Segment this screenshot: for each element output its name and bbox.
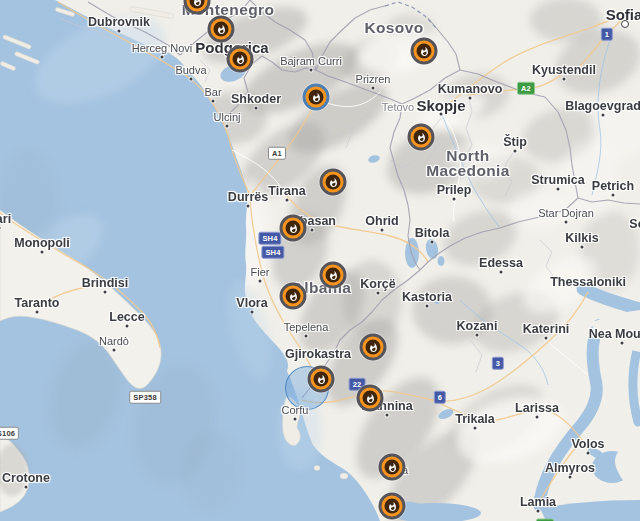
place-label: Vlora bbox=[236, 296, 267, 310]
place-dot bbox=[251, 310, 254, 313]
place-label: Corfu bbox=[282, 404, 309, 416]
place-dot bbox=[500, 270, 503, 273]
place-label: Crotone bbox=[2, 471, 50, 485]
place-dot bbox=[41, 250, 44, 253]
place-label: Kyustendil bbox=[532, 63, 596, 77]
flame-icon bbox=[366, 340, 381, 355]
place-label: Ohrid bbox=[365, 214, 398, 228]
place-label: Skopje bbox=[416, 97, 465, 114]
place-label: Trikala bbox=[455, 412, 495, 426]
fire-marker[interactable] bbox=[308, 366, 335, 393]
place-label: Nea Mouda bbox=[589, 327, 640, 341]
place-label: Dubrovnik bbox=[88, 15, 150, 29]
flame-icon bbox=[385, 460, 400, 475]
place-label: Bajram Curri bbox=[280, 55, 342, 67]
road-badge: SH4 bbox=[258, 232, 281, 245]
place-label: Star Dojran bbox=[538, 207, 594, 219]
place-dot bbox=[247, 204, 250, 207]
place-dot bbox=[469, 96, 472, 99]
basemap-artwork bbox=[0, 0, 640, 521]
flame-icon bbox=[233, 52, 248, 67]
flame-icon bbox=[414, 130, 429, 145]
map-canvas[interactable]: MontenegroKosovoNorthMacedoniaAlbaniaDub… bbox=[0, 0, 640, 521]
place-label: Štip bbox=[503, 135, 527, 149]
place-dot bbox=[286, 198, 289, 201]
road-badge: A2 bbox=[517, 82, 535, 95]
place-dot bbox=[212, 99, 215, 102]
road-badge: 3 bbox=[492, 357, 504, 370]
place-dot bbox=[536, 415, 539, 418]
place-dot bbox=[190, 77, 193, 80]
place-label: Se bbox=[629, 217, 640, 231]
place-label: Kozani bbox=[457, 319, 498, 333]
place-label: Larissa bbox=[515, 401, 559, 415]
place-dot bbox=[557, 187, 560, 190]
place-label: Korçë bbox=[360, 277, 395, 291]
road-badge: SP358 bbox=[129, 391, 161, 404]
place-label: Shkoder bbox=[231, 92, 281, 106]
place-dot bbox=[581, 245, 584, 248]
place-dot bbox=[255, 106, 258, 109]
country-label: NorthMacedonia bbox=[426, 148, 510, 178]
fire-marker[interactable] bbox=[303, 84, 330, 111]
place-dot bbox=[294, 417, 297, 420]
place-dot bbox=[612, 193, 615, 196]
flame-icon bbox=[417, 44, 432, 59]
place-dot bbox=[545, 336, 548, 339]
fire-marker[interactable] bbox=[227, 46, 254, 73]
place-label: Thessaloniki bbox=[550, 275, 626, 289]
place-label: Petrich bbox=[592, 179, 634, 193]
place-dot bbox=[259, 279, 262, 282]
place-dot bbox=[565, 220, 568, 223]
place-label: Kilkis bbox=[565, 231, 598, 245]
place-dot bbox=[372, 86, 375, 89]
flame-icon bbox=[363, 391, 378, 406]
place-label: Tirana bbox=[268, 184, 305, 198]
flame-icon bbox=[309, 90, 324, 105]
fire-marker[interactable] bbox=[408, 124, 435, 151]
place-dot bbox=[563, 77, 566, 80]
place-dot bbox=[453, 197, 456, 200]
place-dot bbox=[305, 334, 308, 337]
place-label: Kumanovo bbox=[438, 82, 503, 96]
fire-marker[interactable] bbox=[411, 38, 438, 65]
fire-marker[interactable] bbox=[320, 262, 347, 289]
place-dot bbox=[621, 341, 624, 344]
place-label: Brindisi bbox=[82, 276, 129, 290]
place-label: Bar bbox=[204, 86, 221, 98]
road-badge: A1 bbox=[268, 147, 286, 160]
place-label: Bari bbox=[0, 212, 11, 226]
place-label: Fier bbox=[251, 266, 270, 278]
flame-icon bbox=[326, 175, 341, 190]
place-dot bbox=[476, 333, 479, 336]
place-label: Herceg Novi bbox=[132, 42, 193, 54]
place-label: Almyros bbox=[545, 461, 595, 475]
fire-marker[interactable] bbox=[357, 385, 384, 412]
place-label: Gjirokastra bbox=[285, 347, 351, 361]
fire-marker[interactable] bbox=[280, 283, 307, 310]
place-dot bbox=[440, 112, 443, 115]
place-dot bbox=[104, 290, 107, 293]
place-label: Prilep bbox=[437, 183, 472, 197]
place-dot bbox=[569, 475, 572, 478]
place-label: Tetovo bbox=[382, 101, 414, 113]
fire-marker[interactable] bbox=[379, 454, 406, 481]
place-label: Prizren bbox=[356, 73, 391, 85]
place-label: Durrës bbox=[228, 190, 268, 204]
capital-ring-icon bbox=[621, 20, 629, 28]
flame-icon bbox=[286, 221, 301, 236]
place-dot bbox=[311, 228, 314, 231]
fire-marker[interactable] bbox=[280, 215, 307, 242]
fire-marker[interactable] bbox=[208, 16, 235, 43]
place-dot bbox=[226, 124, 229, 127]
place-dot bbox=[381, 228, 384, 231]
fire-marker[interactable] bbox=[320, 169, 347, 196]
fire-marker[interactable] bbox=[379, 493, 406, 520]
flame-icon bbox=[385, 499, 400, 514]
flame-icon bbox=[214, 22, 229, 37]
fire-marker[interactable] bbox=[360, 334, 387, 361]
place-label: Ulcinj bbox=[214, 111, 241, 123]
place-dot bbox=[25, 485, 28, 488]
place-dot bbox=[310, 68, 313, 71]
place-label: Blagoevgrad bbox=[565, 99, 640, 113]
